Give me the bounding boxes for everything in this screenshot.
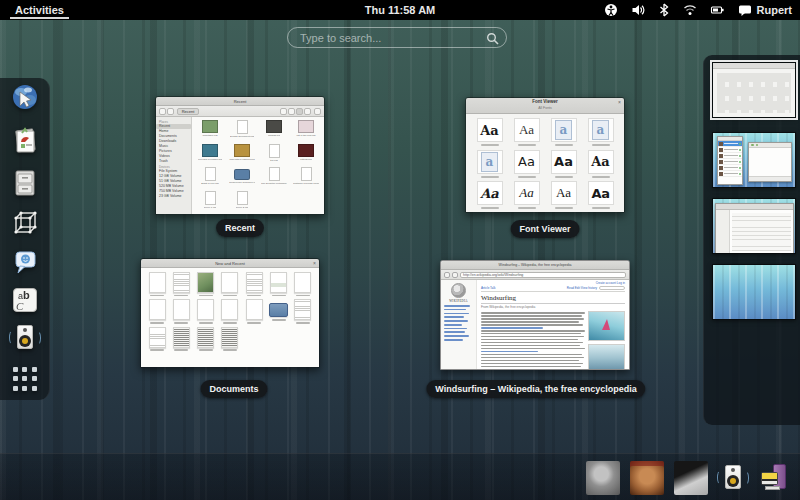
wikipedia-nav-links [444, 305, 473, 341]
document-name [272, 295, 286, 297]
file-item: Score 1.pdf [194, 191, 226, 213]
contact-photo [719, 172, 723, 176]
music-speaker-icon[interactable] [8, 321, 42, 355]
contact-name [724, 173, 738, 175]
show-applications-icon[interactable] [8, 362, 42, 396]
window-label-recent[interactable]: Recent [216, 219, 264, 237]
document-item [266, 272, 290, 296]
file-item: kittens.jpg [290, 144, 322, 166]
font-preview: Aa [514, 181, 540, 205]
contact-avatar-3[interactable] [674, 461, 708, 495]
contact-avatar-1[interactable] [586, 461, 620, 495]
document-thumbnail [173, 299, 190, 320]
file-item: Conference Schedule.pdf [226, 167, 258, 189]
mini-files-window [748, 142, 792, 182]
document-item [169, 299, 193, 323]
document-item [145, 327, 169, 351]
document-thumbnail [246, 272, 263, 293]
document-thumbnail [197, 327, 214, 348]
battery-icon[interactable] [710, 3, 725, 17]
document-item [145, 272, 169, 296]
workspace-4[interactable] [712, 264, 796, 320]
file-cabinet-icon[interactable] [8, 166, 42, 200]
font-preview: a [551, 118, 577, 142]
file-thumbnail [301, 167, 312, 181]
document-item [242, 299, 266, 323]
window-recent[interactable]: Recent Recent PlacesRecentHomeDocumentsD… [155, 96, 325, 215]
font-preview: Aa [551, 150, 577, 174]
file-item: trip.pdf [258, 144, 290, 166]
font-preview: a [477, 150, 503, 174]
window-font-viewer[interactable]: Font Viewer All Fonts × AaAaaaaAaAaAaAaA… [465, 97, 625, 213]
contact-name [724, 167, 738, 169]
document-thumbnail [221, 327, 238, 348]
font-preview: Aa [477, 118, 503, 142]
contact-photo [719, 148, 723, 152]
windsurf-photo-2 [588, 344, 625, 370]
bluetooth-icon[interactable] [658, 3, 670, 17]
document-name [199, 295, 213, 297]
software-notification-icon[interactable] [758, 461, 792, 495]
font-preview: Aa [514, 118, 540, 142]
office-documents-icon[interactable] [8, 124, 42, 158]
file-item: Timetable.pdf [194, 120, 226, 142]
speaker-notification-icon[interactable] [716, 461, 750, 495]
font-name [481, 207, 499, 209]
workspace-1[interactable] [712, 62, 796, 118]
window-label-documents[interactable]: Documents [200, 380, 267, 398]
file-item: cat in the bed.jpg [290, 120, 322, 142]
wiki-search-box [599, 286, 625, 290]
file-item: man with a camera.jpg [226, 144, 258, 166]
font-preview: Aa [588, 181, 614, 205]
web-browser-icon[interactable] [8, 81, 42, 115]
file-name: Conference Schedule.pdf [229, 181, 255, 184]
document-item [218, 299, 242, 323]
window-documents[interactable]: New and Recent× [140, 258, 320, 368]
contact-avatar-2[interactable] [630, 461, 664, 495]
search-input[interactable] [287, 27, 507, 48]
font-item: a [545, 118, 582, 147]
chat-icon[interactable] [8, 245, 42, 279]
workspace-3[interactable] [712, 198, 796, 254]
activities-button[interactable]: Activities [10, 2, 69, 19]
wikipedia-titlebar: Windsurfing – Wikipedia, the free encycl… [441, 261, 629, 270]
volume-icon[interactable] [631, 3, 645, 17]
file-thumbnail [298, 144, 314, 157]
font-name [555, 144, 573, 146]
window-label-wikipedia[interactable]: Windsurfing – Wikipedia, the free encycl… [426, 380, 645, 398]
characters-icon[interactable]: abC [8, 283, 42, 317]
article-tagline: From Wikipedia, the free encyclopedia [481, 305, 625, 309]
contact-name [724, 155, 738, 157]
file-thumbnail [237, 120, 248, 134]
contact-name [724, 143, 738, 145]
dash: abC [0, 78, 50, 400]
window-label-font-viewer[interactable]: Font Viewer [511, 220, 580, 238]
file-item: The Desktop Metaphor.pdf [258, 167, 290, 189]
status-area: Rupert [604, 0, 792, 20]
wikipedia-wordmark: WIKIPEDIA [444, 299, 473, 303]
user-menu[interactable]: Rupert [738, 4, 792, 17]
contact-photo [719, 142, 723, 146]
font-preview: Aa [514, 150, 540, 174]
document-name [223, 295, 237, 297]
font-name [555, 207, 573, 209]
file-name: trip.pdf [270, 159, 278, 162]
font-item: Aa [582, 181, 619, 210]
font-file-icon: a [592, 120, 609, 140]
boxes-icon[interactable] [8, 206, 42, 240]
font-name [481, 176, 499, 178]
online-dot [739, 155, 741, 157]
document-thumbnail [197, 272, 214, 293]
document-thumbnail [221, 299, 238, 320]
accessibility-icon[interactable] [604, 3, 618, 17]
window-wikipedia[interactable]: Windsurfing – Wikipedia, the free encycl… [440, 260, 630, 370]
online-dot [739, 173, 741, 175]
font-item: Aa [582, 150, 619, 179]
close-icon: × [618, 99, 621, 105]
document-name [174, 322, 188, 324]
online-dot [739, 167, 741, 169]
workspace-2[interactable] [712, 132, 796, 188]
document-name [150, 349, 164, 351]
network-wireless-icon[interactable] [683, 3, 697, 17]
recent-toolbar: Recent [156, 106, 324, 117]
